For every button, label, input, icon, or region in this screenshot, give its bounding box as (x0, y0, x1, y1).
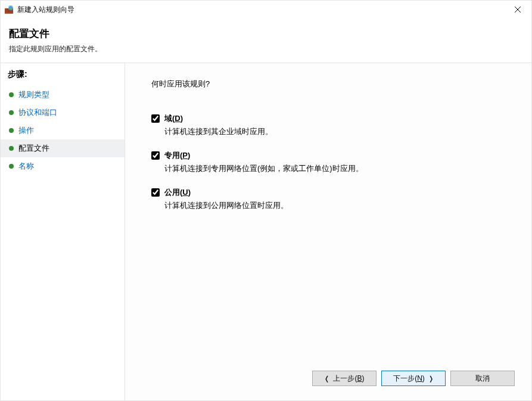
options-list: 域(D)计算机连接到其企业域时应用。专用(P)计算机连接到专用网络位置(例如，家… (151, 113, 517, 224)
option-description: 计算机连接到专用网络位置(例如，家或工作单位)时应用。 (164, 163, 517, 174)
step-item[interactable]: 协议和端口 (8, 104, 125, 122)
bullet-icon (9, 146, 14, 151)
profile-option: 专用(P)计算机连接到专用网络位置(例如，家或工作单位)时应用。 (151, 150, 517, 174)
step-item[interactable]: 操作 (8, 122, 125, 139)
step-item[interactable]: 规则类型 (8, 86, 125, 104)
chevron-right-icon: ❭ (428, 375, 434, 383)
profile-option: 公用(U)计算机连接到公用网络位置时应用。 (151, 187, 517, 211)
step-link[interactable]: 操作 (18, 125, 34, 136)
content-question: 何时应用该规则? (151, 79, 517, 89)
bullet-icon (9, 110, 14, 115)
option-checkbox[interactable] (151, 114, 160, 123)
bullet-icon (9, 128, 14, 133)
wizard-header: 配置文件 指定此规则应用的配置文件。 (1, 18, 531, 60)
option-row[interactable]: 域(D) (151, 113, 517, 124)
option-checkbox[interactable] (151, 151, 160, 160)
wizard-footer: ❬ 上一步(B) 下一步(N) ❭ 取消 (151, 365, 517, 393)
option-label: 公用(U) (164, 187, 191, 198)
titlebar: 新建入站规则向导 (1, 1, 531, 18)
cancel-button[interactable]: 取消 (450, 371, 515, 386)
option-label: 域(D) (164, 113, 183, 124)
step-link[interactable]: 协议和端口 (18, 107, 57, 118)
back-button[interactable]: ❬ 上一步(B) (312, 371, 377, 386)
page-subtitle: 指定此规则应用的配置文件。 (9, 44, 523, 54)
profile-option: 域(D)计算机连接到其企业域时应用。 (151, 113, 517, 137)
option-description: 计算机连接到其企业域时应用。 (164, 126, 517, 137)
window-title: 新建入站规则向导 (17, 5, 74, 15)
option-description: 计算机连接到公用网络位置时应用。 (164, 200, 517, 211)
step-label: 配置文件 (18, 143, 49, 154)
bullet-icon (9, 164, 14, 169)
wizard-window: 新建入站规则向导 配置文件 指定此规则应用的配置文件。 步骤: 规则类型协议和端… (0, 0, 532, 401)
bullet-icon (9, 92, 14, 97)
wizard-body: 步骤: 规则类型协议和端口操作配置文件名称 何时应用该规则? 域(D)计算机连接… (1, 63, 531, 400)
cancel-button-label: 取消 (475, 374, 490, 384)
next-button[interactable]: 下一步(N) ❭ (381, 371, 446, 386)
firewall-icon (4, 5, 14, 14)
option-row[interactable]: 专用(P) (151, 150, 517, 161)
wizard-content: 何时应用该规则? 域(D)计算机连接到其企业域时应用。专用(P)计算机连接到专用… (125, 63, 531, 400)
step-item[interactable]: 名称 (8, 157, 125, 175)
option-row[interactable]: 公用(U) (151, 187, 517, 198)
close-icon (515, 7, 521, 13)
step-item: 配置文件 (1, 139, 125, 157)
steps-sidebar: 步骤: 规则类型协议和端口操作配置文件名称 (1, 63, 125, 400)
steps-heading: 步骤: (8, 69, 125, 80)
chevron-left-icon: ❬ (324, 375, 329, 383)
steps-list: 规则类型协议和端口操作配置文件名称 (8, 86, 125, 175)
option-label: 专用(P) (164, 150, 190, 161)
step-link[interactable]: 规则类型 (18, 89, 49, 100)
close-button[interactable] (504, 1, 531, 18)
page-title: 配置文件 (9, 27, 523, 41)
next-button-label: 下一步(N) (393, 374, 425, 384)
back-button-label: 上一步(B) (333, 374, 364, 384)
step-link[interactable]: 名称 (18, 161, 34, 172)
option-checkbox[interactable] (151, 188, 160, 197)
